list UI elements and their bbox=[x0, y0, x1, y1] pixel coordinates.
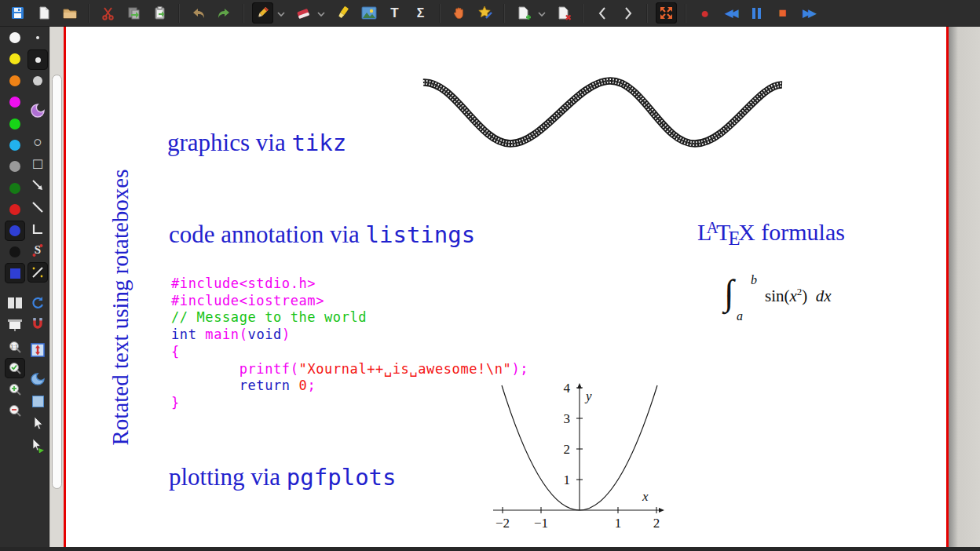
draw-rectangle-button[interactable]: □ bbox=[27, 153, 48, 173]
draw-spline-button[interactable]: S bbox=[27, 240, 48, 261]
tool-sidebar: 1:1 ○ □ S bbox=[0, 27, 49, 551]
new-document-button[interactable] bbox=[33, 2, 54, 24]
next-page-button[interactable] bbox=[617, 2, 638, 24]
color-dark-green[interactable] bbox=[5, 178, 25, 199]
zoom-100-button[interactable]: 1:1 bbox=[5, 337, 25, 357]
open-folder-icon bbox=[62, 6, 78, 20]
draw-line-button[interactable] bbox=[27, 197, 48, 217]
select-rectangle-icon bbox=[32, 396, 44, 407]
x-axis-label: x bbox=[642, 489, 649, 504]
insert-image-button[interactable] bbox=[358, 2, 379, 24]
tikz-sine-wave-drawing[interactable] bbox=[418, 72, 789, 154]
toolbar-separator bbox=[582, 4, 583, 23]
shape-recognizer-tool-button[interactable] bbox=[27, 262, 48, 283]
thick-dot-icon bbox=[33, 76, 42, 86]
gray-color-swatch bbox=[9, 161, 20, 172]
canvas-gutter bbox=[949, 27, 980, 547]
color-gray[interactable] bbox=[5, 156, 25, 177]
zoom-in-button[interactable] bbox=[5, 379, 25, 400]
color-blue-selected[interactable] bbox=[5, 221, 25, 241]
draw-coordinate-system-button[interactable] bbox=[27, 219, 48, 239]
rotation-snapping-button[interactable] bbox=[27, 292, 48, 312]
fill-tool-button[interactable] bbox=[27, 100, 48, 121]
color-black[interactable] bbox=[5, 242, 25, 262]
star-pencil-icon bbox=[477, 5, 493, 20]
y-axis-arrowhead bbox=[577, 383, 582, 389]
color-green[interactable] bbox=[5, 114, 25, 134]
draw-circle-button[interactable]: ○ bbox=[27, 131, 48, 151]
cut-scissors-icon bbox=[101, 5, 115, 20]
redo-button[interactable] bbox=[214, 2, 235, 24]
fullscreen-button[interactable] bbox=[656, 2, 677, 24]
highlighter-tool-button[interactable] bbox=[332, 2, 353, 24]
two-page-view-button[interactable] bbox=[5, 293, 25, 313]
window-bottom-edge bbox=[0, 547, 980, 551]
color-cyan[interactable] bbox=[5, 135, 25, 155]
integral-sign: ∫ bbox=[724, 272, 734, 312]
previous-page-button[interactable] bbox=[591, 2, 612, 24]
pen-options-dropdown[interactable] bbox=[276, 6, 289, 20]
save-button[interactable] bbox=[7, 2, 28, 24]
presentation-mode-button[interactable] bbox=[5, 315, 25, 335]
open-button[interactable] bbox=[59, 2, 80, 24]
latex-logo: LATEX bbox=[697, 219, 755, 245]
pgfplots-parabola-chart[interactable]: −2 −1 1 2 1 2 3 4 x y bbox=[481, 381, 675, 538]
zoom-fit-button[interactable] bbox=[5, 358, 25, 378]
grid-snapping-button[interactable] bbox=[27, 313, 48, 334]
insert-text-button[interactable]: T bbox=[384, 2, 405, 24]
rotation-arrows-icon bbox=[31, 295, 45, 309]
color-white[interactable] bbox=[5, 27, 25, 48]
color-orange[interactable] bbox=[5, 71, 25, 91]
play-object-button[interactable] bbox=[27, 435, 48, 455]
y-axis-label: y bbox=[584, 389, 592, 403]
draw-arrow-button[interactable] bbox=[27, 175, 48, 195]
vertical-space-button[interactable] bbox=[27, 340, 48, 360]
delete-page-icon bbox=[556, 5, 571, 20]
hand-tool-button[interactable] bbox=[448, 2, 470, 24]
add-page-options-dropdown[interactable] bbox=[537, 6, 550, 20]
two-pages-icon bbox=[7, 297, 23, 309]
toolbar-separator bbox=[88, 4, 90, 23]
color-red[interactable] bbox=[5, 199, 25, 220]
cut-button[interactable] bbox=[97, 2, 119, 24]
insert-math-button[interactable]: Σ bbox=[410, 2, 431, 24]
pen-size-fine-button[interactable] bbox=[27, 27, 48, 48]
shape-recognizer-button[interactable] bbox=[474, 2, 495, 24]
pen-tool-button[interactable] bbox=[252, 2, 273, 24]
vertical-scrollbar-track[interactable] bbox=[49, 27, 64, 547]
fullscreen-icon bbox=[659, 5, 674, 20]
pause-button[interactable] bbox=[746, 2, 767, 24]
heading-mono-part: listings bbox=[366, 221, 476, 248]
add-page-icon bbox=[516, 5, 531, 20]
pen-icon bbox=[255, 5, 270, 20]
integral-lower-bound: a bbox=[737, 309, 743, 323]
arrow-icon bbox=[31, 178, 45, 192]
stop-button[interactable]: ■ bbox=[772, 2, 793, 24]
eraser-options-dropdown[interactable] bbox=[316, 6, 329, 20]
delete-page-button[interactable] bbox=[553, 2, 574, 24]
copy-button[interactable] bbox=[123, 2, 144, 24]
vertical-scrollbar-thumb[interactable] bbox=[52, 75, 62, 489]
zoom-out-button[interactable] bbox=[5, 400, 25, 421]
fast-forward-button[interactable]: ▶▶ bbox=[798, 2, 819, 24]
undo-button[interactable] bbox=[188, 2, 209, 24]
document-page[interactable]: Rotated text using rotateboxes graphics … bbox=[66, 27, 946, 547]
pen-size-medium-button[interactable] bbox=[27, 49, 48, 70]
select-rectangle-button[interactable] bbox=[27, 391, 48, 411]
y-tick-label: 1 bbox=[564, 473, 571, 487]
add-page-button[interactable] bbox=[513, 2, 534, 24]
color-magenta[interactable] bbox=[5, 92, 25, 112]
magenta-color-swatch bbox=[9, 97, 20, 108]
fill-color-blue[interactable] bbox=[5, 263, 25, 283]
record-audio-button[interactable]: ● bbox=[694, 2, 715, 24]
heading-serif-part: code annotation via bbox=[169, 221, 366, 248]
paste-button[interactable] bbox=[149, 2, 170, 24]
color-yellow[interactable] bbox=[5, 49, 25, 69]
eraser-tool-button[interactable] bbox=[292, 2, 313, 24]
pen-size-thick-button[interactable] bbox=[27, 71, 48, 91]
rewind-button[interactable]: ◀◀ bbox=[720, 2, 741, 24]
undo-icon bbox=[190, 6, 207, 20]
yellow-color-swatch bbox=[9, 53, 20, 64]
select-region-button[interactable] bbox=[27, 369, 48, 389]
select-object-button[interactable] bbox=[27, 413, 48, 433]
